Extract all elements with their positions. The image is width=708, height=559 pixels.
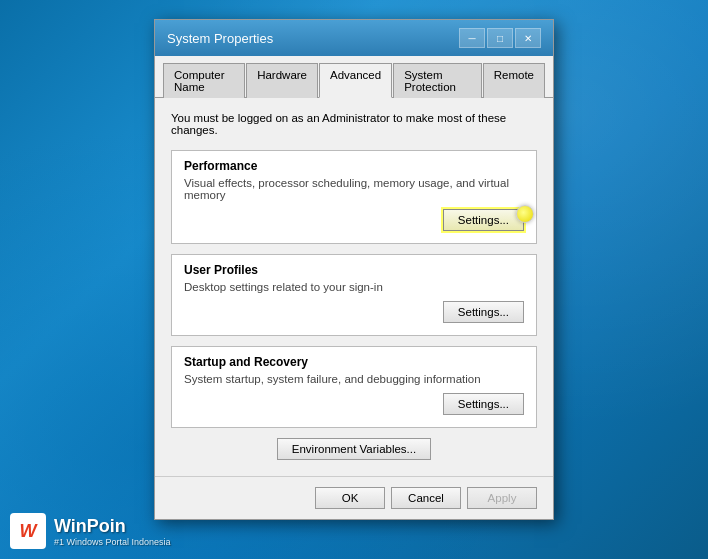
dialog-title: System Properties — [167, 31, 273, 46]
tab-content: You must be logged on as an Administrato… — [155, 98, 553, 476]
ok-button[interactable]: OK — [315, 487, 385, 509]
user-profiles-desc: Desktop settings related to your sign-in — [184, 281, 524, 293]
cursor-highlight — [516, 205, 534, 223]
minimize-button[interactable]: ─ — [459, 28, 485, 48]
logo-area: W WinPoin #1 Windows Portal Indonesia — [10, 513, 171, 549]
performance-desc: Visual effects, processor scheduling, me… — [184, 177, 524, 201]
maximize-button[interactable]: □ — [487, 28, 513, 48]
tab-system-protection[interactable]: System Protection — [393, 63, 482, 98]
logo-subtitle: #1 Windows Portal Indonesia — [54, 537, 171, 547]
startup-recovery-title: Startup and Recovery — [184, 355, 524, 369]
tab-hardware[interactable]: Hardware — [246, 63, 318, 98]
admin-notice: You must be logged on as an Administrato… — [171, 112, 537, 136]
environment-variables-button[interactable]: Environment Variables... — [277, 438, 431, 460]
cancel-button[interactable]: Cancel — [391, 487, 461, 509]
close-button[interactable]: ✕ — [515, 28, 541, 48]
tab-advanced[interactable]: Advanced — [319, 63, 392, 98]
logo-icon: W — [10, 513, 46, 549]
startup-recovery-desc: System startup, system failure, and debu… — [184, 373, 524, 385]
apply-button[interactable]: Apply — [467, 487, 537, 509]
logo-text-area: WinPoin #1 Windows Portal Indonesia — [54, 516, 171, 547]
title-bar: System Properties ─ □ ✕ — [155, 20, 553, 56]
performance-section: Performance Visual effects, processor sc… — [171, 150, 537, 244]
tab-computer-name[interactable]: Computer Name — [163, 63, 245, 98]
logo-name: WinPoin — [54, 516, 171, 537]
user-profiles-title: User Profiles — [184, 263, 524, 277]
startup-recovery-settings-button[interactable]: Settings... — [443, 393, 524, 415]
tab-remote[interactable]: Remote — [483, 63, 545, 98]
env-variables-row: Environment Variables... — [171, 438, 537, 460]
performance-title: Performance — [184, 159, 524, 173]
bottom-bar: OK Cancel Apply — [155, 476, 553, 519]
system-properties-dialog: System Properties ─ □ ✕ Computer Name Ha… — [154, 19, 554, 520]
startup-recovery-section: Startup and Recovery System startup, sys… — [171, 346, 537, 428]
user-profiles-section: User Profiles Desktop settings related t… — [171, 254, 537, 336]
title-bar-buttons: ─ □ ✕ — [459, 28, 541, 48]
performance-settings-button[interactable]: Settings... — [443, 209, 524, 231]
user-profiles-settings-button[interactable]: Settings... — [443, 301, 524, 323]
tab-bar: Computer Name Hardware Advanced System P… — [155, 56, 553, 98]
